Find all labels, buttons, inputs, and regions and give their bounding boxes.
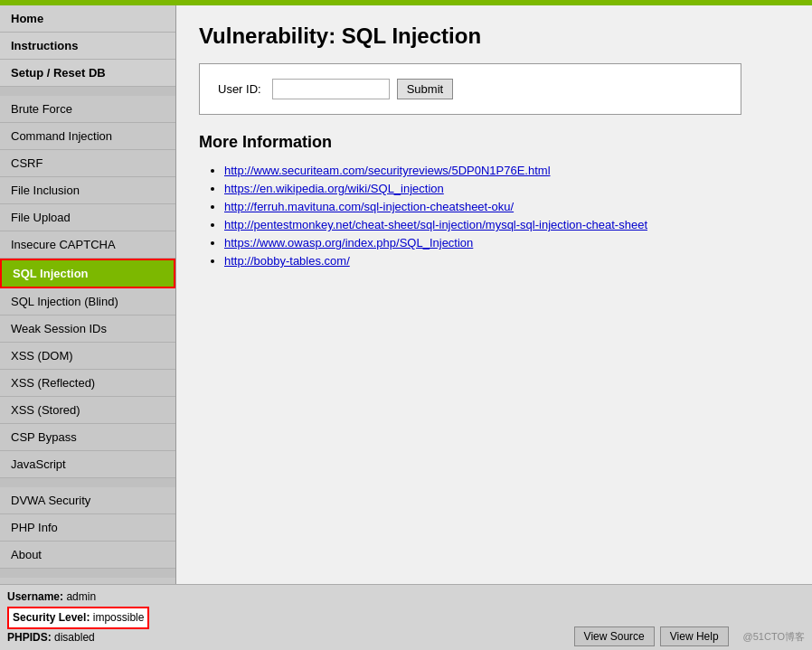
sidebar-item-csrf[interactable]: CSRF — [0, 150, 175, 177]
info-link[interactable]: http://bobby-tables.com/ — [224, 254, 350, 268]
main-content: Vulnerability: SQL Injection User ID: Su… — [176, 5, 812, 650]
view-source-button[interactable]: View Source — [574, 626, 655, 646]
watermark: @51CTO博客 — [743, 630, 805, 644]
sidebar-item-brute-force[interactable]: Brute Force — [0, 96, 175, 123]
sidebar-item-dvwa-security[interactable]: DVWA Security — [0, 487, 175, 514]
user-id-label: User ID: — [218, 82, 261, 96]
sidebar-item-file-inclusion[interactable]: File Inclusion — [0, 177, 175, 204]
sidebar-item-sql-injection-blind[interactable]: SQL Injection (Blind) — [0, 288, 175, 316]
username-value: admin — [66, 590, 96, 603]
sidebar-item-weak-session-ids[interactable]: Weak Session IDs — [0, 316, 175, 343]
more-info-title: More Information — [199, 133, 789, 152]
sidebar-item-xss-stored[interactable]: XSS (Stored) — [0, 397, 175, 424]
page-title: Vulnerability: SQL Injection — [199, 24, 789, 49]
sidebar-item-instructions[interactable]: Instructions — [0, 33, 175, 60]
bottom-right: View Source View Help @51CTO博客 — [574, 626, 805, 646]
phpids-label: PHPIDS: — [7, 631, 52, 644]
username-label: Username: — [7, 590, 63, 603]
sidebar-item-file-upload[interactable]: File Upload — [0, 204, 175, 231]
sidebar-item-csp-bypass[interactable]: CSP Bypass — [0, 424, 175, 451]
sidebar-item-insecure-captcha[interactable]: Insecure CAPTCHA — [0, 231, 175, 259]
info-link[interactable]: http://ferruh.mavituna.com/sql-injection… — [224, 200, 514, 213]
security-level-line: Security Level: impossible — [7, 607, 149, 629]
security-label: Security Level: — [13, 611, 90, 624]
info-link[interactable]: http://pentestmonkey.net/cheat-sheet/sql… — [224, 218, 647, 231]
view-help-button[interactable]: View Help — [660, 626, 729, 646]
sidebar-item-xss-dom[interactable]: XSS (DOM) — [0, 343, 175, 370]
submit-button[interactable]: Submit — [397, 79, 453, 99]
sidebar-item-about[interactable]: About — [0, 542, 175, 569]
sidebar-item-setup-reset-db[interactable]: Setup / Reset DB — [0, 60, 175, 87]
sidebar-item-command-injection[interactable]: Command Injection — [0, 123, 175, 150]
sidebar-item-xss-reflected[interactable]: XSS (Reflected) — [0, 370, 175, 397]
sidebar-item-javascript[interactable]: JavaScript — [0, 451, 175, 478]
sidebar-item-home[interactable]: Home — [0, 5, 175, 33]
info-link[interactable]: http://www.securiteam.com/securityreview… — [224, 164, 551, 177]
links-list: http://www.securiteam.com/securityreview… — [199, 163, 789, 268]
bottom-bar: Username: admin Security Level: impossib… — [0, 584, 812, 650]
user-id-input[interactable] — [272, 79, 390, 99]
phpids-value: disabled — [54, 631, 95, 644]
sidebar-item-php-info[interactable]: PHP Info — [0, 514, 175, 542]
sidebar: Home Instructions Setup / Reset DB Brute… — [0, 5, 176, 650]
username-line: Username: admin — [7, 589, 149, 606]
security-value: impossible — [93, 611, 145, 624]
user-id-form: User ID: Submit — [199, 63, 741, 115]
info-link[interactable]: https://www.owasp.org/index.php/SQL_Inje… — [224, 236, 473, 250]
bottom-left: Username: admin Security Level: impossib… — [7, 589, 149, 646]
security-badge: Security Level: impossible — [7, 607, 149, 629]
more-info-section: More Information http://www.securiteam.c… — [199, 133, 789, 268]
info-link[interactable]: https://en.wikipedia.org/wiki/SQL_inject… — [224, 182, 444, 195]
phpids-line: PHPIDS: disabled — [7, 629, 149, 646]
sidebar-item-sql-injection[interactable]: SQL Injection — [0, 259, 175, 288]
top-bar — [0, 0, 812, 5]
